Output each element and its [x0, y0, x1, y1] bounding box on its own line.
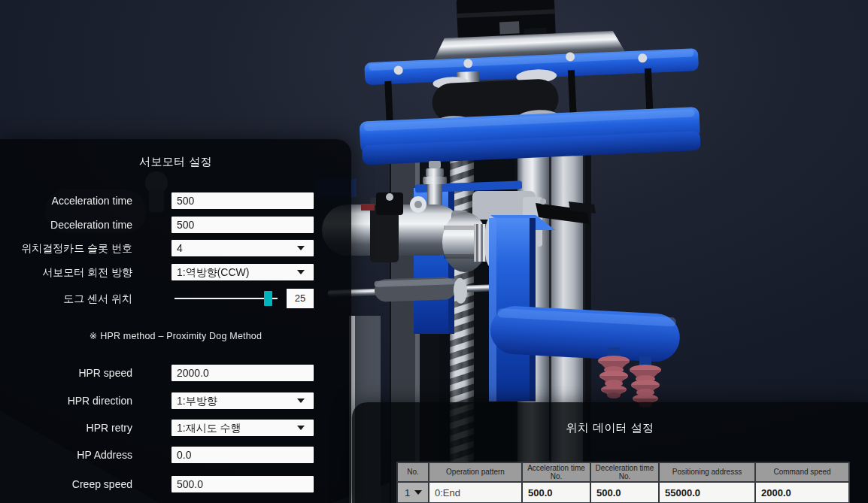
hpr-retry-label: HPR retry — [0, 420, 132, 436]
header-deceleration-time-no: Deceleration time No. — [591, 463, 658, 481]
header-positioning-address: Positioning addresss — [660, 463, 754, 481]
slot-number-row: 위치결정카드 슬롯 번호 4 — [0, 240, 351, 256]
chevron-down-icon — [297, 398, 305, 403]
deceleration-time-input[interactable] — [171, 217, 314, 233]
creep-speed-input[interactable] — [171, 476, 314, 492]
row-number-value: 1 — [405, 487, 410, 498]
hpr-speed-input[interactable] — [171, 365, 314, 381]
chevron-down-icon — [297, 246, 305, 250]
hpr-retry-select[interactable]: 1:재시도 수행 — [171, 420, 314, 436]
rotation-direction-label: 서보모터 회전 방향 — [0, 264, 132, 280]
rotation-direction-select[interactable]: 1:역방향(CCW) — [171, 264, 314, 280]
slider-thumb[interactable] — [264, 291, 272, 306]
hp-address-label: HP Address — [0, 447, 132, 463]
positioning-address-cell[interactable]: 55000.0 — [660, 483, 754, 502]
header-no: No. — [398, 463, 428, 481]
position-data-table: No. Operation pattern Acceleration time … — [396, 462, 850, 503]
hpr-speed-label: HPR speed — [0, 365, 132, 381]
chevron-down-icon — [414, 490, 422, 495]
creep-speed-label: Creep speed — [0, 476, 132, 492]
chevron-down-icon — [297, 270, 305, 274]
hpr-retry-value: 1:재시도 수행 — [177, 420, 241, 436]
position-panel-title: 위치 데이터 설정 — [352, 421, 868, 435]
hpr-direction-select[interactable]: 1:부방향 — [171, 392, 314, 409]
slot-number-select[interactable]: 4 — [171, 240, 314, 256]
dog-sensor-label: 도그 센서 위치 — [0, 289, 132, 305]
slider-track[interactable] — [175, 298, 278, 299]
hpr-speed-row: HPR speed — [0, 365, 351, 381]
hpr-direction-label: HPR direction — [0, 392, 132, 409]
deceleration-time-label: Deceleration time — [0, 217, 132, 233]
hpr-method-note: ※ HPR method – Proximity Dog Method — [0, 330, 351, 341]
hpr-retry-row: HPR retry 1:재시도 수행 — [0, 420, 351, 436]
header-acceleration-time-no: Acceleration time No. — [523, 463, 590, 481]
servo-settings-panel: 서보모터 설정 Acceleration time Deceleration t… — [0, 139, 351, 503]
hp-address-input[interactable] — [171, 447, 314, 463]
dog-sensor-row: 도그 센서 위치 25 — [0, 289, 351, 308]
command-speed-cell[interactable]: 2000.0 — [756, 483, 848, 502]
row-number-select[interactable]: 1 — [398, 483, 428, 502]
slot-number-label: 위치결정카드 슬롯 번호 — [0, 240, 132, 256]
creep-speed-row: Creep speed — [0, 476, 351, 492]
hpr-direction-row: HPR direction 1:부방향 — [0, 392, 351, 409]
dog-sensor-value: 25 — [287, 289, 314, 308]
operation-pattern-cell[interactable]: 0:End — [429, 483, 521, 502]
acceleration-time-input[interactable] — [171, 192, 314, 209]
position-data-panel: 위치 데이터 설정 No. Operation pattern Accelera… — [352, 402, 868, 503]
header-operation-pattern: Operation pattern — [429, 463, 521, 481]
rotation-direction-value: 1:역방향(CCW) — [177, 264, 249, 280]
chevron-down-icon — [297, 426, 305, 430]
servo-panel-title: 서보모터 설정 — [0, 155, 351, 169]
hpr-direction-value: 1:부방향 — [177, 392, 217, 409]
hp-address-row: HP Address — [0, 447, 351, 463]
dog-sensor-slider[interactable] — [175, 289, 278, 308]
deceleration-time-no-cell[interactable]: 500.0 — [591, 483, 658, 502]
table-header-row: No. Operation pattern Acceleration time … — [398, 463, 848, 481]
deceleration-time-row: Deceleration time — [0, 217, 351, 233]
table-row: 1 0:End 500.0 500.0 55000.0 2000.0 — [398, 483, 848, 502]
slot-number-value: 4 — [177, 240, 183, 256]
rotation-direction-row: 서보모터 회전 방향 1:역방향(CCW) — [0, 264, 351, 280]
acceleration-time-label: Acceleration time — [0, 192, 132, 209]
acceleration-time-no-cell[interactable]: 500.0 — [523, 483, 590, 502]
header-command-speed: Command speed — [756, 463, 848, 481]
acceleration-time-row: Acceleration time — [0, 192, 351, 209]
